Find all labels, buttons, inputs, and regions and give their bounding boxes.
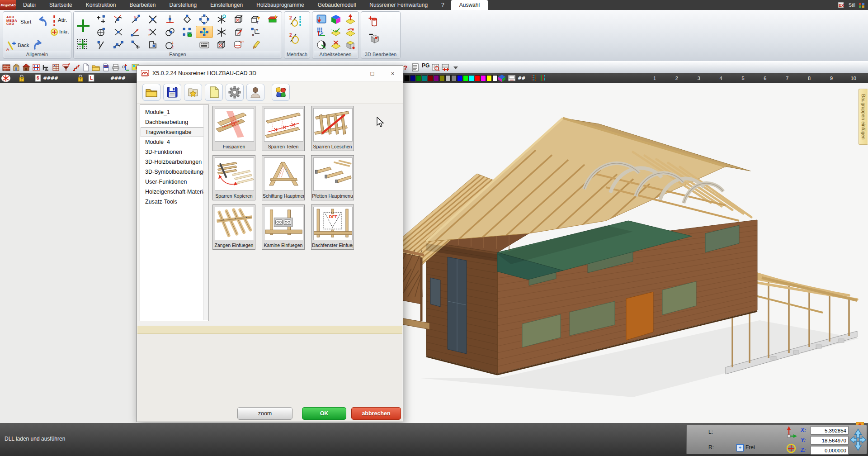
snap-curve-icon[interactable]	[93, 38, 110, 51]
snap-polyline-icon[interactable]	[110, 38, 127, 51]
screen-settings-icon[interactable]	[507, 75, 516, 82]
layer-name-b[interactable]: ####	[111, 75, 126, 81]
color-swatch-12[interactable]	[475, 75, 480, 81]
tool-thumbnail-dff[interactable]: DFF	[313, 207, 353, 240]
tool-fix[interactable]: Fixsparren	[212, 106, 255, 151]
y-value[interactable]: 18.564970	[811, 436, 849, 445]
plugins-puzzle-icon[interactable]	[272, 84, 290, 101]
layer-lock2-icon[interactable]: 7	[76, 75, 85, 82]
settings-gear-icon[interactable]	[226, 84, 244, 101]
snap-quadrant-icon[interactable]	[179, 13, 196, 25]
tool-pfetten[interactable]: Pfetten Hauptmenu	[311, 155, 354, 200]
snap-xy-icon[interactable]: YX	[247, 26, 264, 38]
inkr-label[interactable]: Inkr.	[59, 29, 69, 34]
snap-3d-box-icon[interactable]	[213, 38, 230, 51]
tool-thumbnail-zangen[interactable]	[215, 207, 254, 240]
menu-item-nussreiner-fernwartung[interactable]: Nussreiner Fernwartung	[363, 0, 434, 10]
menu-item--[interactable]: ?	[434, 0, 451, 10]
tool-thumbnail-teilen[interactable]	[264, 108, 303, 142]
close-button[interactable]: ×	[382, 66, 403, 81]
menu-item-konstruktion[interactable]: Konstruktion	[79, 0, 123, 10]
solid-subtract-icon[interactable]	[368, 33, 380, 44]
save-icon[interactable]	[163, 84, 181, 101]
workplane-grid-axes-icon[interactable]	[314, 26, 329, 38]
axes-figure-icon[interactable]	[121, 62, 131, 72]
tool-schiftung[interactable]: Schiftung Hauptmenu	[262, 155, 305, 200]
layer-number-5[interactable]: 5	[739, 76, 748, 81]
color-swatch-10[interactable]	[463, 75, 468, 81]
workplane-add-icon[interactable]	[343, 38, 358, 51]
layer-name-a[interactable]: ####	[43, 75, 58, 81]
exit-icon[interactable]: EX	[838, 2, 845, 8]
color-swatch-1[interactable]	[410, 75, 415, 81]
snap-divide-icon[interactable]: 12	[144, 26, 161, 38]
snap-tangent-icon[interactable]	[110, 13, 127, 25]
workplane-cube-icon[interactable]	[329, 13, 343, 26]
snap-center-icon[interactable]	[93, 26, 110, 38]
snap-cluster-icon[interactable]	[179, 26, 196, 38]
tool-kamine[interactable]: Kamine Einfuegen	[262, 204, 305, 250]
color-swatch-5[interactable]	[434, 75, 439, 81]
module-item-user-funktionen[interactable]: User-Funktionen	[141, 177, 204, 187]
layer-number-7[interactable]: 7	[783, 76, 792, 81]
module-item-3d-symbolbearbeitungen[interactable]: 3D-Symbolbearbeitungen	[141, 167, 204, 177]
snap-text-icon[interactable]: T	[247, 13, 264, 25]
line-style-list-icon[interactable]	[530, 74, 538, 82]
print-icon[interactable]	[111, 62, 121, 72]
baugruppen-tab[interactable]: Baugruppen einfügen	[859, 89, 868, 145]
color-swatch-4[interactable]	[428, 75, 433, 81]
dropdown-caret-icon[interactable]	[451, 62, 461, 72]
new-page-icon[interactable]	[205, 84, 223, 101]
tab-auswahl[interactable]: Auswahl	[451, 0, 488, 10]
tool-thumbnail-kamine[interactable]	[264, 207, 303, 240]
tool-kopieren[interactable]: Sparren Kopieren	[212, 155, 255, 200]
redo-icon[interactable]	[31, 38, 45, 52]
workplane-delete-icon[interactable]	[329, 38, 343, 51]
cancel-button[interactable]: abbrechen	[351, 407, 401, 420]
snap-intersection-icon[interactable]	[144, 13, 161, 25]
snap-circle12-icon[interactable]: 12	[161, 38, 179, 51]
color-swatch-14[interactable]	[486, 75, 492, 81]
dialog-title-bar[interactable]: X5.0.2.24 Nussreiner HOLZBAU-CAD 3D – □ …	[137, 66, 403, 81]
style-gallery-icon[interactable]	[859, 2, 866, 8]
filter-funnel-icon[interactable]	[61, 62, 71, 72]
color-swatch-11[interactable]	[469, 75, 474, 81]
free-mode-icon[interactable]: +	[736, 444, 744, 451]
workplane-up-icon[interactable]	[343, 13, 358, 26]
color-swatch-8[interactable]	[451, 75, 457, 81]
module-item-zusatz-tools[interactable]: Zusatz-Tools	[141, 197, 204, 207]
module-item-tragwerkseingabe[interactable]: Tragwerkseingabe	[141, 127, 204, 137]
stairs-icon[interactable]	[71, 62, 81, 72]
snap-perpendicular-icon[interactable]	[161, 13, 179, 25]
workplane-rotate-icon[interactable]	[343, 26, 358, 38]
page-6-icon[interactable]: 6	[32, 74, 44, 82]
module-item-module-4[interactable]: Module_4	[141, 137, 204, 147]
menu-item-bearbeiten[interactable]: Bearbeiten	[123, 0, 162, 10]
solid-add-icon[interactable]	[368, 15, 380, 27]
table-add-icon[interactable]	[441, 62, 451, 72]
layer-number-9[interactable]: 9	[827, 76, 836, 81]
minimize-button[interactable]: –	[342, 66, 362, 81]
redraw-star-icon[interactable]	[0, 74, 12, 82]
layer-number-3[interactable]: 3	[694, 76, 703, 81]
snap-grid-plus-icon[interactable]	[76, 38, 89, 51]
menu-item-holzbauprogramme[interactable]: Holzbauprogramme	[250, 0, 311, 10]
increment-icon[interactable]	[50, 28, 58, 36]
color-swatch-9[interactable]	[457, 75, 462, 81]
snap-nearest-icon[interactable]	[110, 26, 127, 38]
menu-item-geb-udemodell[interactable]: Gebäudemodell	[311, 0, 363, 10]
tool-thumbnail-fix[interactable]	[215, 108, 254, 142]
snap-multipoint-icon[interactable]	[93, 13, 110, 25]
snap-midpoint-icon[interactable]: M	[127, 13, 144, 25]
layer-number-6[interactable]: 6	[760, 76, 769, 81]
tool-thumbnail-schiftung[interactable]	[264, 157, 303, 191]
module-item-module-1[interactable]: Module_1	[141, 107, 204, 117]
back-symbol-icon[interactable]: A	[6, 40, 17, 52]
prt-document-icon[interactable]: PRT	[101, 62, 111, 72]
snap-two-circles-icon[interactable]	[161, 26, 179, 38]
undo-icon[interactable]	[36, 14, 49, 28]
x-value[interactable]: 5.392854	[811, 426, 849, 435]
snap-construction-star-icon[interactable]	[213, 13, 230, 25]
module-item-holzeigenschaft-material[interactable]: Holzeigenschaft-Material	[141, 187, 204, 197]
document-lines-icon[interactable]	[410, 62, 420, 72]
